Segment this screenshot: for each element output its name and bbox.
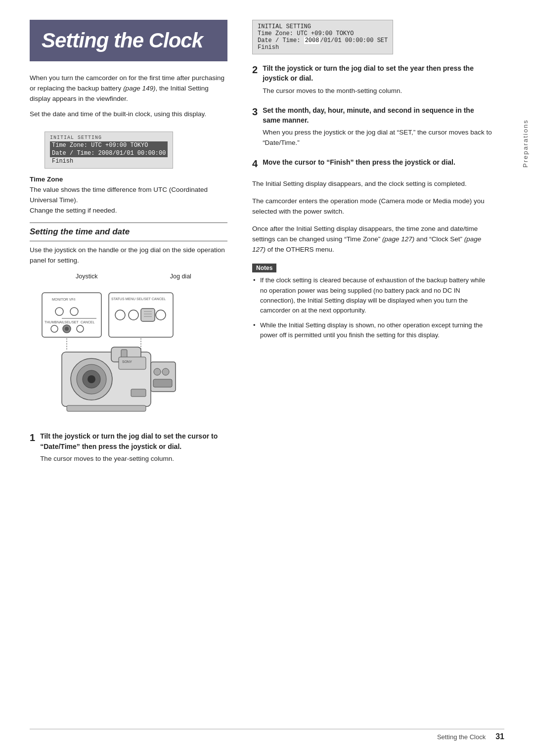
- time-zone-text: The value shows the time difference from…: [30, 185, 227, 216]
- step-2-bold: Tilt the joystick or turn the jog dial t…: [263, 63, 493, 84]
- svg-text:THUMBNAIL: THUMBNAIL: [44, 320, 65, 324]
- note-2: While the Initial Setting display is sho…: [252, 320, 493, 340]
- intro-paragraph-1: When you turn the camcorder on for the f…: [30, 73, 227, 104]
- initial-setting-display-right: INITIAL SETTING Time Zone: UTC +09:00 TO…: [252, 20, 393, 54]
- svg-rect-16: [141, 309, 155, 321]
- right-para-2: The camcorder enters the operation mode …: [252, 196, 493, 217]
- page-title: Setting the Clock: [42, 29, 216, 52]
- svg-point-15: [129, 310, 138, 320]
- step-1-number: 1: [30, 431, 35, 444]
- svg-point-14: [115, 310, 125, 320]
- notes-box: Notes If the clock setting is cleared be…: [252, 264, 493, 340]
- initial-setting-display-left: INITIAL SETTING Time Zone: UTC +09:00 TO…: [44, 132, 173, 169]
- svg-point-10: [65, 327, 69, 331]
- svg-point-20: [156, 310, 166, 320]
- joystick-label: Joystick: [76, 273, 97, 280]
- page-footer: Setting the Clock 31: [30, 729, 504, 741]
- step-4-number: 4: [252, 157, 258, 170]
- illustration-labels: Joystick Jog dial: [30, 273, 227, 280]
- footer-text: Setting the Clock: [437, 733, 486, 741]
- svg-point-32: [162, 368, 169, 375]
- step-1: 1 Tilt the joystick or turn the jog dial…: [30, 431, 227, 464]
- step-3-desc: When you press the joystick or the jog d…: [263, 128, 493, 148]
- svg-point-8: [51, 325, 58, 332]
- svg-text:SEL/SET: SEL/SET: [64, 320, 79, 324]
- step-3-bold: Set the month, day, hour, minute, and se…: [263, 105, 493, 126]
- step-4-bold: Move the cursor to “Finish” then press t…: [263, 157, 493, 167]
- section-heading: Setting the time and date: [30, 227, 227, 237]
- svg-point-2: [55, 308, 63, 315]
- svg-point-11: [77, 325, 84, 332]
- step-1-bold: Tilt the joystick or turn the jog dial t…: [40, 431, 227, 451]
- left-column: Setting the Clock When you turn the camc…: [30, 20, 242, 736]
- section-divider-1: [30, 222, 227, 223]
- right-column: INITIAL SETTING Time Zone: UTC +09:00 TO…: [242, 20, 493, 736]
- svg-point-31: [154, 368, 161, 375]
- preparations-label: Preparations: [522, 109, 529, 178]
- section-text: Use the joystick on the handle or the jo…: [30, 245, 227, 266]
- step-2-number: 2: [252, 63, 258, 76]
- step-2-desc: The cursor moves to the month-setting co…: [263, 86, 493, 96]
- svg-point-3: [70, 308, 78, 315]
- notes-list: If the clock setting is cleared because …: [252, 275, 493, 340]
- note-1: If the clock setting is cleared because …: [252, 275, 493, 315]
- step-3-number: 3: [252, 105, 258, 118]
- intro-paragraph-2: Set the date and time of the built-in cl…: [30, 109, 227, 120]
- svg-text:CANCEL: CANCEL: [81, 320, 95, 324]
- step-3: 3 Set the month, day, hour, minute, and …: [252, 105, 493, 148]
- step-4: 4 Move the cursor to “Finish” then press…: [252, 157, 493, 170]
- right-para-3: Once after the Initial Setting display d…: [252, 224, 493, 255]
- footer-page-number: 31: [495, 732, 504, 741]
- notes-label: Notes: [252, 264, 276, 272]
- svg-rect-34: [67, 405, 146, 411]
- illustration-area: Joystick Jog dial MONITOR VF/i THUMBNAIL: [30, 273, 227, 421]
- step-1-desc: The cursor moves to the year-setting col…: [40, 454, 227, 464]
- time-zone-title: Time Zone: [30, 176, 227, 183]
- section-divider-2: [30, 241, 227, 241]
- right-para-1: The Initial Setting display disappears, …: [252, 179, 493, 189]
- page-title-box: Setting the Clock: [30, 20, 227, 61]
- camera-illustration: MONITOR VF/i THUMBNAIL SEL/SET CANCEL: [30, 283, 227, 416]
- svg-text:MONITOR VF/i: MONITOR VF/i: [52, 298, 76, 301]
- svg-rect-37: [131, 389, 146, 397]
- step-2: 2 Tilt the joystick or turn the jog dial…: [252, 63, 493, 96]
- svg-rect-33: [153, 379, 172, 387]
- svg-point-27: [88, 375, 95, 383]
- svg-text:STATUS   MENU   SEL/SET   CANC: STATUS MENU SEL/SET CANCEL: [111, 297, 166, 301]
- svg-text:SONY: SONY: [122, 360, 132, 363]
- jog-dial-label: Jog dial: [170, 273, 191, 280]
